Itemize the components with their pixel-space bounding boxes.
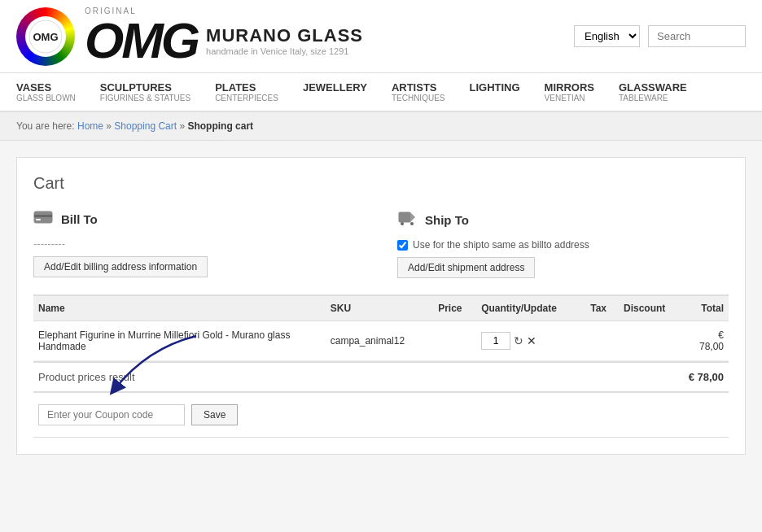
breadcrumb: You are here: Home » Shopping Cart » Sho…	[0, 112, 762, 141]
svg-rect-3	[34, 215, 52, 217]
main-content: Cart Bill To --------- Add/Edit billin	[0, 141, 762, 471]
search-input[interactable]	[648, 25, 746, 47]
nav-item-glassware[interactable]: GLASSWARE TABLEWARE	[619, 73, 687, 111]
logo-area: OMG ORIGINAL OMG MURANO GLASS handmade i…	[16, 7, 363, 66]
table-row: Elephant Figurine in Murrine Millefiori …	[33, 321, 729, 361]
nav-item-jewellery[interactable]: JEWELLERY	[303, 73, 367, 111]
breadcrumb-current: Shopping cart	[187, 120, 253, 132]
logo-circle-icon: OMG	[16, 7, 75, 66]
bill-to-label: Bill To	[61, 212, 98, 226]
product-price	[433, 321, 476, 361]
bill-to-dash: ---------	[33, 238, 365, 250]
product-tax	[585, 321, 619, 361]
nav-item-artists[interactable]: ARTISTS TECHNIQUES	[392, 73, 445, 111]
bottom-divider	[33, 437, 729, 438]
product-prices-label: Product prices result	[38, 371, 135, 383]
ship-same-as-bill-row: Use for the shipto same as billto addres…	[397, 239, 729, 251]
col-sku: SKU	[326, 295, 433, 321]
col-discount: Discount	[619, 295, 685, 321]
nav-item-plates[interactable]: PLATES CENTERPIECES	[215, 73, 278, 111]
add-shipment-address-button[interactable]: Add/Edit shipment address	[397, 257, 535, 278]
nav-item-vases[interactable]: VASES GLASS BLOWN	[16, 73, 76, 111]
svg-rect-5	[399, 212, 410, 222]
svg-rect-4	[36, 219, 41, 220]
svg-text:OMG: OMG	[33, 31, 58, 43]
main-nav: VASES GLASS BLOWN SCULPTURES FIGURINES &…	[0, 73, 762, 112]
ship-same-checkbox[interactable]	[397, 240, 408, 251]
add-billing-address-button[interactable]: Add/Edit billing address information	[33, 256, 208, 277]
language-select[interactable]: English Italian	[574, 25, 640, 47]
brand-name-wrap: ORIGINAL OMG MURANO GLASS handmade in Ve…	[85, 7, 363, 66]
bill-to-col: Bill To --------- Add/Edit billing addre…	[33, 209, 365, 278]
nav-item-mirrors[interactable]: MIRRORS VENETIAN	[545, 73, 594, 111]
svg-point-8	[410, 222, 414, 225]
cart-table: Name SKU Price Quantity/Update Tax Disco…	[33, 294, 729, 361]
svg-point-7	[401, 222, 404, 225]
col-name: Name	[33, 295, 326, 321]
coupon-row: Save	[33, 393, 729, 437]
product-sku: campa_animal12	[326, 321, 433, 361]
table-header-row: Name SKU Price Quantity/Update Tax Disco…	[33, 295, 729, 321]
header-right: English Italian	[574, 25, 746, 47]
breadcrumb-prefix: You are here:	[16, 120, 75, 132]
cart-title: Cart	[33, 174, 729, 193]
product-quantity-cell: ↻ ✕	[476, 321, 585, 361]
coupon-save-button[interactable]: Save	[191, 404, 238, 425]
col-tax: Tax	[585, 295, 619, 321]
product-prices-total: € 78,00	[689, 371, 724, 383]
nav-item-sculptures[interactable]: SCULPTURES FIGURINES & STATUES	[100, 73, 190, 111]
col-price: Price	[433, 295, 476, 321]
breadcrumb-shopping-cart-link[interactable]: Shopping Cart	[114, 120, 177, 132]
ship-to-header: Ship To	[397, 209, 729, 231]
ship-same-label: Use for the shipto same as billto addres…	[413, 239, 589, 251]
bill-to-icon	[33, 209, 53, 229]
svg-marker-6	[410, 212, 415, 222]
ship-to-label: Ship To	[425, 213, 469, 227]
logo-tagline-text: handmade in Venice Italy, size 1291	[206, 46, 363, 56]
bill-to-header: Bill To	[33, 209, 365, 229]
total-row: Product prices result € 78,00	[33, 362, 729, 392]
nav-item-lighting[interactable]: LIGHTING	[469, 73, 519, 111]
logo-omg-text: OMG	[85, 15, 198, 66]
col-total: Total	[685, 295, 729, 321]
breadcrumb-home[interactable]: Home	[77, 120, 103, 132]
coupon-input[interactable]	[38, 404, 185, 425]
ship-to-col: Ship To Use for the shipto same as billt…	[397, 209, 729, 278]
remove-icon[interactable]: ✕	[527, 334, 536, 347]
quantity-input[interactable]	[481, 332, 510, 350]
col-quantity: Quantity/Update	[476, 295, 585, 321]
address-row: Bill To --------- Add/Edit billing addre…	[33, 209, 729, 278]
product-discount	[619, 321, 685, 361]
ship-to-icon	[397, 209, 417, 231]
header: OMG ORIGINAL OMG MURANO GLASS handmade i…	[0, 0, 762, 73]
refresh-icon[interactable]: ↻	[514, 334, 523, 347]
product-name: Elephant Figurine in Murrine Millefiori …	[33, 321, 326, 361]
product-total: € 78,00	[685, 321, 729, 361]
cart-box: Cart Bill To --------- Add/Edit billin	[16, 157, 746, 455]
logo-brand-text: MURANO GLASS	[206, 25, 363, 46]
